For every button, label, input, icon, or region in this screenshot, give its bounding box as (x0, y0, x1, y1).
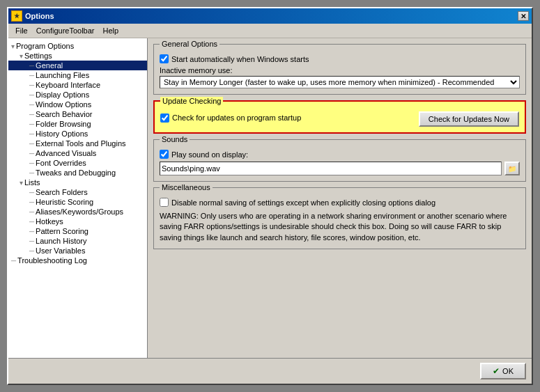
update-checking-group: Update Checking Check for updates on pro… (153, 100, 526, 134)
tree-connector: ─ (29, 81, 34, 89)
sidebar-item-user-variables[interactable]: ─ User Variables (8, 246, 147, 256)
sidebar-item-heuristic-scoring[interactable]: ─ Heuristic Scoring (8, 197, 147, 207)
tree-connector: ─ (29, 237, 34, 245)
sidebar-item-launch-history[interactable]: ─ Launch History (8, 236, 147, 246)
tree-connector: ▾ (20, 179, 23, 187)
tree-connector: ─ (29, 189, 34, 196)
update-checking-label: Update Checking (160, 97, 223, 105)
sidebar-item-lists[interactable]: ▾ Lists (8, 178, 147, 187)
sidebar-item-hotkeys[interactable]: ─ Hotkeys (8, 217, 147, 226)
tree-connector: ─ (29, 247, 34, 255)
sidebar: ▾ Program Options ▾ Settings ─ General ─… (8, 38, 148, 358)
inactive-memory-label: Inactive memory use: (160, 66, 520, 75)
general-options-group: General Options Start automatically when… (153, 44, 526, 95)
sidebar-item-display-options[interactable]: ─ Display Options (8, 90, 147, 100)
sidebar-item-general[interactable]: ─ General (8, 61, 147, 70)
check-now-button[interactable]: Check for Updates Now (419, 111, 519, 127)
sidebar-item-tweaks-debugging[interactable]: ─ Tweaks and Debugging (8, 168, 147, 178)
bottom-bar: ✔ OK (8, 358, 532, 384)
sidebar-item-settings[interactable]: ▾ Settings (8, 51, 147, 61)
tree-connector: ▾ (11, 42, 15, 50)
sidebar-item-history-options[interactable]: ─ History Options (8, 129, 147, 139)
tree-connector: ▾ (20, 52, 23, 60)
disable-save-checkbox[interactable] (160, 198, 169, 207)
sidebar-item-program-options[interactable]: ▾ Program Options (8, 41, 147, 51)
disable-save-row: Disable normal saving of settings except… (160, 198, 520, 207)
start-auto-label: Start automatically when Windows starts (171, 55, 309, 63)
close-button[interactable]: ✕ (518, 11, 529, 21)
check-startup-row: Check for updates on program startup (160, 113, 301, 123)
sidebar-item-search-folders[interactable]: ─ Search Folders (8, 187, 147, 197)
tree-connector: ─ (29, 101, 34, 109)
start-auto-checkbox[interactable] (160, 54, 169, 63)
main-panel: General Options Start automatically when… (148, 38, 532, 358)
menu-help[interactable]: Help (99, 25, 123, 36)
menu-bar: File ConfigureToolbar Help (8, 24, 532, 38)
sidebar-item-font-overrides[interactable]: ─ Font Overrides (8, 158, 147, 168)
sidebar-item-window-options[interactable]: ─ Window Options (8, 100, 147, 109)
window-title: Options (25, 12, 54, 20)
tree-connector: ─ (29, 198, 34, 206)
miscellaneous-group: Miscellaneous Disable normal saving of s… (153, 187, 526, 249)
general-options-label: General Options (160, 40, 219, 48)
tree-connector: ─ (29, 218, 34, 226)
sidebar-item-launching-files[interactable]: ─ Launching Files (8, 70, 147, 80)
sound-path-input[interactable] (160, 162, 502, 175)
title-bar-left: ★ Options (11, 10, 54, 22)
sounds-group: Sounds Play sound on display: 📁 (153, 139, 526, 182)
update-checking-row: Check for updates on program startup Che… (160, 111, 519, 127)
inactive-memory-section: Inactive memory use: Stay in Memory Long… (160, 66, 520, 88)
inactive-memory-dropdown[interactable]: Stay in Memory Longer (faster to wake up… (160, 76, 520, 88)
disable-save-label: Disable normal saving of settings except… (171, 198, 435, 207)
warning-text: WARNING: Only users who are operating in… (160, 211, 520, 243)
sidebar-item-pattern-scoring[interactable]: ─ Pattern Scoring (8, 226, 147, 236)
tree-connector: ─ (29, 72, 34, 79)
sound-browse-button[interactable]: 📁 (504, 162, 520, 175)
check-startup-checkbox[interactable] (160, 113, 169, 123)
check-startup-label: Check for updates on program startup (172, 113, 301, 122)
sidebar-item-aliases[interactable]: ─ Aliases/Keywords/Groups (8, 207, 147, 217)
tree-connector: ─ (29, 159, 34, 167)
sounds-label: Sounds (160, 135, 190, 143)
tree-connector: ─ (29, 140, 34, 148)
menu-file[interactable]: File (11, 25, 32, 36)
miscellaneous-label: Miscellaneous (160, 183, 213, 191)
play-sound-label: Play sound on display: (171, 150, 248, 159)
app-icon: ★ (11, 10, 22, 22)
tree-connector: ─ (29, 228, 34, 235)
tree-connector: ─ (11, 257, 16, 265)
sidebar-item-search-behavior[interactable]: ─ Search Behavior (8, 109, 147, 119)
tree-connector: ─ (29, 150, 34, 157)
title-bar: ★ Options ✕ (8, 8, 532, 24)
sound-path-row: 📁 (160, 162, 520, 175)
sidebar-item-troubleshooting[interactable]: ─ Troubleshooting Log (8, 256, 147, 265)
tree-connector: ─ (29, 111, 34, 118)
ok-checkmark: ✔ (493, 366, 500, 376)
play-sound-checkbox[interactable] (160, 150, 169, 159)
sidebar-item-external-tools[interactable]: ─ External Tools and Plugins (8, 139, 147, 148)
tree-connector: ─ (29, 120, 34, 128)
tree-connector: ─ (29, 169, 34, 177)
tree-connector: ─ (29, 208, 34, 216)
menu-configure-toolbar[interactable]: ConfigureToolbar (32, 25, 99, 36)
tree-connector: ─ (29, 91, 34, 99)
ok-button[interactable]: ✔ OK (480, 363, 526, 379)
start-auto-row: Start automatically when Windows starts (160, 54, 520, 63)
sidebar-item-keyboard-interface[interactable]: ─ Keyboard Interface (8, 80, 147, 90)
tree-connector: ─ (29, 62, 34, 70)
sidebar-item-folder-browsing[interactable]: ─ Folder Browsing (8, 119, 147, 129)
sidebar-item-advanced-visuals[interactable]: ─ Advanced Visuals (8, 148, 147, 158)
browse-icon: 📁 (508, 165, 516, 173)
play-sound-row: Play sound on display: (160, 150, 520, 159)
tree-connector: ─ (29, 130, 34, 138)
content-area: ▾ Program Options ▾ Settings ─ General ─… (8, 38, 532, 358)
ok-label: OK (502, 367, 514, 375)
options-window: ★ Options ✕ File ConfigureToolbar Help ▾… (7, 7, 533, 385)
